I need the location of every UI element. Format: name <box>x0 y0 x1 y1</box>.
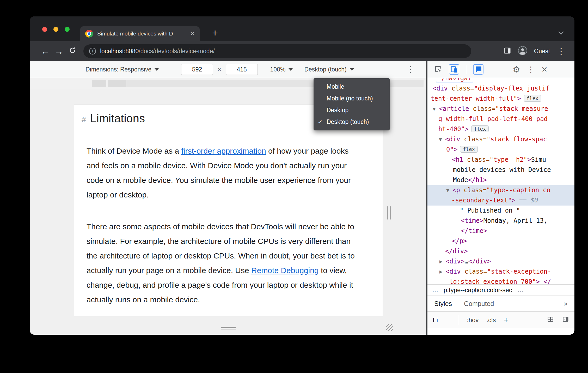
code-token: > <box>527 156 531 163</box>
code-line[interactable]: ▼<p class="type--caption co <box>427 185 574 195</box>
code-line[interactable]: </p> <box>429 236 574 246</box>
flex-badge[interactable]: flex <box>460 146 478 153</box>
page-title: Limitations <box>90 112 145 125</box>
code-line[interactable]: Mode</h1> <box>429 175 574 185</box>
back-icon[interactable]: ← <box>39 46 52 56</box>
code-token: … <box>464 258 468 265</box>
flex-badge[interactable]: flex <box>524 95 541 102</box>
code-line[interactable]: " Published on " <box>429 206 574 216</box>
code-token: <time> <box>461 217 483 224</box>
code-line[interactable]: ▶<div class="stack-exception- <box>429 267 574 277</box>
breadcrumb-selected[interactable]: p.type--caption.color-sec <box>444 286 512 294</box>
tab-title: Simulate mobile devices with D <box>97 31 186 37</box>
browser-tab[interactable]: Simulate mobile devices with D × <box>80 26 200 41</box>
browser-window: Simulate mobile devices with D × + ← → i… <box>30 16 574 335</box>
breadcrumb-ellipsis[interactable]: … <box>517 286 524 294</box>
flex-badge[interactable]: flex <box>471 125 489 132</box>
menu-item-desktop[interactable]: Desktop <box>314 104 390 116</box>
code-token: > <box>454 146 457 153</box>
code-token: > <box>517 95 521 102</box>
dimensions-select[interactable]: Dimensions: Responsive <box>85 66 159 73</box>
menu-item-mobile[interactable]: Mobile <box>314 81 390 93</box>
close-window-button[interactable] <box>42 27 47 32</box>
code-line[interactable]: <div class="display-flex justif <box>429 83 574 94</box>
device-type-select[interactable]: Desktop (touch) <box>304 66 354 73</box>
viewport-scrollbar[interactable] <box>387 206 388 220</box>
viewport-scrollbar[interactable] <box>390 206 391 220</box>
inspect-element-icon[interactable] <box>434 65 442 74</box>
collapse-arrow-icon[interactable]: ▼ <box>439 135 445 145</box>
expand-arrow-icon[interactable]: ▶ <box>439 267 446 277</box>
url-omnibox[interactable]: i localhost:8080/docs/devtools/device-mo… <box>83 44 471 58</box>
viewport-height-input[interactable] <box>226 64 258 75</box>
devtools-close-icon[interactable]: × <box>542 64 547 74</box>
viewport-resize-handle[interactable] <box>221 327 236 329</box>
avatar[interactable] <box>518 46 527 56</box>
minimize-window-button[interactable] <box>53 27 58 32</box>
settings-gear-icon[interactable]: ⚙ <box>513 64 520 74</box>
code-token: " Published on " <box>460 207 520 214</box>
code-line[interactable]: </div> <box>429 246 574 256</box>
code-line[interactable]: ht-400">flex <box>429 124 574 134</box>
menu-item-desktop-touch[interactable]: ✓Desktop (touch) <box>314 116 390 128</box>
profile-name[interactable]: Guest <box>534 48 550 55</box>
code-token: Monday, April 13, <box>483 217 548 224</box>
menu-item-mobile-no-touch[interactable]: Mobile (no touch) <box>314 93 390 104</box>
ruler-segment <box>92 80 106 87</box>
tab-computed[interactable]: Computed <box>464 300 494 308</box>
dropdown-triangle-icon <box>155 68 159 71</box>
forward-icon[interactable]: → <box>52 46 66 56</box>
code-line[interactable]: </time> <box>429 226 574 236</box>
devtools-toolbar: ⚙ ⋮ × <box>427 61 574 78</box>
tab-close-icon[interactable]: × <box>190 30 195 38</box>
zoom-select[interactable]: 100% <box>270 66 293 73</box>
tab-search-chevron-icon[interactable] <box>558 29 564 35</box>
device-toolbar-toggle-icon[interactable] <box>449 64 459 75</box>
devtools-menu-icon[interactable]: ⋮ <box>527 65 535 74</box>
reload-icon[interactable] <box>66 46 79 56</box>
code-line[interactable]: <time>Monday, April 13, <box>429 216 574 226</box>
code-line[interactable]: 0">flex <box>429 145 574 155</box>
sidebar-toggle-icon[interactable] <box>562 316 569 324</box>
breadcrumb-ellipsis[interactable]: … <box>432 286 438 294</box>
code-line[interactable]: "/navigat <box>429 78 574 83</box>
code-line[interactable]: <h1 class="type--h2">Simu <box>429 155 574 165</box>
style-filter-input[interactable] <box>433 316 451 324</box>
heading-anchor[interactable]: # <box>82 115 86 124</box>
collapse-arrow-icon[interactable]: ▼ <box>433 104 439 114</box>
browser-actions: Guest ⋮ <box>503 46 566 56</box>
code-line[interactable]: lg:stack-exception-700"> </ <box>429 277 574 284</box>
url-host: localhost:8080 <box>100 48 139 55</box>
device-toolbar-more-icon[interactable]: ⋮ <box>406 64 415 74</box>
code-line[interactable]: g width-full pad-left-400 pad <box>429 114 574 124</box>
tab-styles[interactable]: Styles <box>434 300 452 308</box>
code-line[interactable]: mobile devices with Device <box>429 165 574 175</box>
collapse-arrow-icon[interactable]: ▼ <box>446 185 452 196</box>
grid-icon[interactable] <box>547 316 554 324</box>
code-line[interactable]: ▼<div class="stack flow-spac <box>429 134 574 145</box>
elements-tree: "/navigat<div class="display-flex justif… <box>427 78 574 284</box>
code-token: ht-400" <box>438 125 465 133</box>
code-line[interactable]: tent-center width-full">flex <box>429 94 574 104</box>
code-line[interactable]: -secondary-text"> == $0 <box>427 195 574 206</box>
toggle-class-button[interactable]: .cls <box>486 316 496 324</box>
viewport-corner-resize-handle[interactable] <box>386 324 393 331</box>
toggle-hover-state-button[interactable]: :hov <box>467 316 479 324</box>
code-line[interactable]: ▶<div>…</div> <box>429 256 574 267</box>
site-info-icon[interactable]: i <box>89 48 96 55</box>
browser-menu-icon[interactable]: ⋮ <box>557 46 566 56</box>
more-tabs-icon[interactable]: » <box>564 300 568 308</box>
chat-bubble-icon[interactable] <box>473 64 483 75</box>
fullscreen-window-button[interactable] <box>65 27 70 32</box>
viewport-width-input[interactable] <box>181 64 213 75</box>
code-token: mobile devices with Device <box>453 166 551 173</box>
new-style-rule-icon[interactable]: + <box>504 315 509 325</box>
code-line[interactable]: ▼<article class="stack measure <box>429 104 574 114</box>
side-panel-icon[interactable] <box>503 47 511 56</box>
code-token: </ <box>543 278 551 284</box>
remote-debugging-link[interactable]: Remote Debugging <box>251 266 319 275</box>
new-tab-button[interactable]: + <box>212 28 218 38</box>
code-token: <h1 <box>452 156 467 163</box>
expand-arrow-icon[interactable]: ▶ <box>439 257 446 267</box>
first-order-approximation-link[interactable]: first-order approximation <box>181 147 266 155</box>
